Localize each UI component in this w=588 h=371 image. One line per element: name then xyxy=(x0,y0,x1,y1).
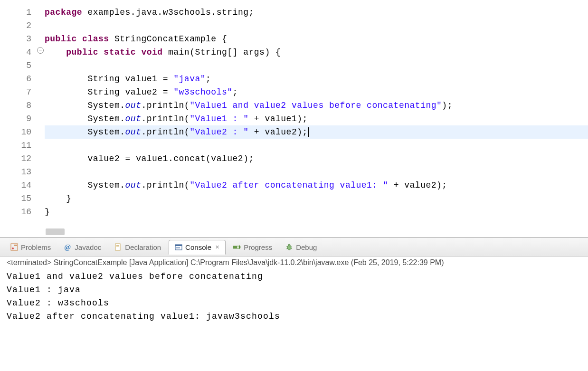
console-icon xyxy=(175,244,182,251)
line-number: 15 xyxy=(0,192,31,205)
line-number: 11 xyxy=(0,139,31,152)
tab-label: Console xyxy=(185,243,211,251)
code-line[interactable]: System.out.println("Value1 and value2 va… xyxy=(45,99,588,112)
svg-point-1 xyxy=(12,247,14,249)
console-output[interactable]: Value1 and value2 values before concaten… xyxy=(0,268,588,325)
line-number: 7 xyxy=(0,86,31,99)
tab-declaration[interactable]: Declaration xyxy=(109,240,167,254)
tab-problems[interactable]: Problems xyxy=(5,240,57,254)
close-icon[interactable]: ✕ xyxy=(215,244,219,250)
line-number-gutter: 12345678910111213141516 xyxy=(0,0,36,237)
code-editor[interactable]: 12345678910111213141516 − package exampl… xyxy=(0,0,588,238)
svg-point-12 xyxy=(288,244,290,246)
tab-label: Debug xyxy=(296,243,317,251)
line-number: 10 xyxy=(0,125,31,139)
line-number: 14 xyxy=(0,179,31,192)
tab-javadoc[interactable]: @ Javadoc xyxy=(58,240,107,254)
debug-icon xyxy=(285,243,293,251)
text-cursor xyxy=(308,127,309,137)
code-line[interactable]: } xyxy=(45,205,588,219)
tab-debug[interactable]: Debug xyxy=(280,240,322,254)
code-line[interactable]: String value1 = "java"; xyxy=(45,72,588,86)
code-line[interactable]: System.out.println("Value2 after concate… xyxy=(45,179,588,192)
code-line[interactable]: System.out.println("Value1 : " + value1)… xyxy=(45,112,588,125)
code-line[interactable]: String value2 = "w3schools"; xyxy=(45,86,588,99)
code-line[interactable]: public class StringConcatExample { xyxy=(45,32,588,46)
code-line[interactable]: } xyxy=(45,192,588,205)
tab-progress[interactable]: Progress xyxy=(228,240,278,254)
horizontal-scrollbar[interactable] xyxy=(46,228,65,235)
code-line[interactable] xyxy=(45,165,588,179)
svg-rect-10 xyxy=(233,246,237,248)
line-number: 13 xyxy=(0,165,31,179)
tab-label: Problems xyxy=(21,243,51,251)
line-number: 8 xyxy=(0,99,31,112)
svg-rect-8 xyxy=(176,247,180,248)
problems-icon xyxy=(10,243,18,251)
svg-rect-2 xyxy=(14,245,17,246)
line-number: 4 xyxy=(0,46,31,59)
tab-label: Javadoc xyxy=(75,243,101,251)
svg-rect-5 xyxy=(116,247,119,247)
line-number: 12 xyxy=(0,152,31,165)
tab-label: Progress xyxy=(244,243,272,251)
code-content[interactable]: package examples.java.w3schools.string; … xyxy=(36,0,588,237)
tab-label: Declaration xyxy=(125,243,161,251)
svg-rect-7 xyxy=(175,245,182,246)
svg-rect-4 xyxy=(116,245,119,246)
line-number: 9 xyxy=(0,112,31,125)
progress-icon xyxy=(233,243,241,251)
line-number: 3 xyxy=(0,32,31,46)
bottom-panel-tabs: Problems @ Javadoc Declaration Console ✕… xyxy=(0,238,588,257)
javadoc-icon: @ xyxy=(64,243,72,251)
code-line[interactable]: package examples.java.w3schools.string; xyxy=(45,6,588,19)
code-line[interactable]: System.out.println("Value2 : " + value2)… xyxy=(45,125,588,139)
tab-console[interactable]: Console ✕ xyxy=(169,240,226,255)
line-number: 6 xyxy=(0,72,31,86)
line-number: 2 xyxy=(0,19,31,32)
declaration-icon xyxy=(114,243,122,251)
code-line[interactable] xyxy=(45,19,588,32)
code-line[interactable] xyxy=(45,59,588,72)
code-line[interactable]: public static void main(String[] args) { xyxy=(45,46,588,59)
code-line[interactable] xyxy=(45,139,588,152)
code-line[interactable]: value2 = value1.concat(value2); xyxy=(45,152,588,165)
line-number: 5 xyxy=(0,59,31,72)
console-process-header: <terminated> StringConcatExample [Java A… xyxy=(0,257,588,268)
line-number: 1 xyxy=(0,6,31,19)
line-number: 16 xyxy=(0,205,31,219)
